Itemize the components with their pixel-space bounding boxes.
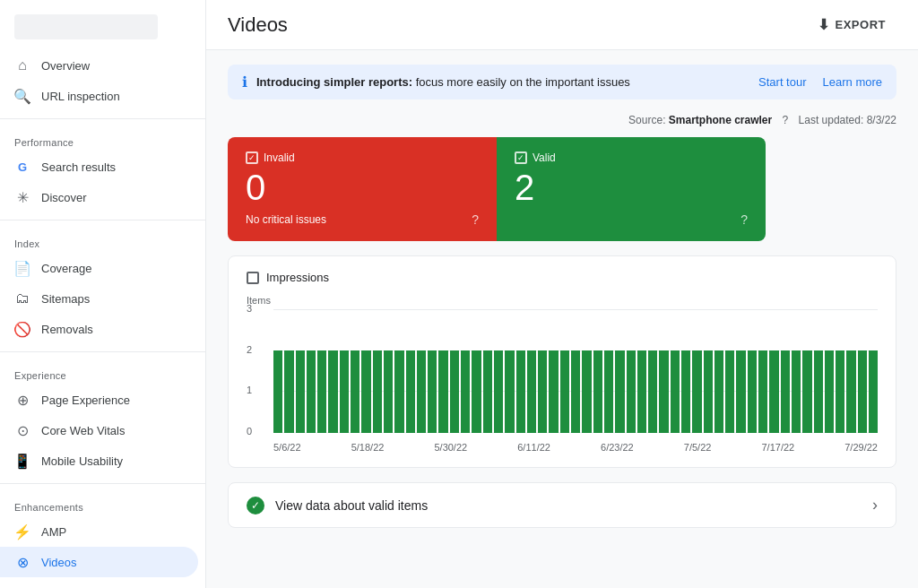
invalid-checkbox[interactable]: ✓ bbox=[246, 151, 258, 164]
banner-desc: focus more easily on the important issue… bbox=[412, 75, 630, 89]
sidebar-item-sitemaps[interactable]: 🗂 Sitemaps bbox=[0, 283, 198, 314]
sidebar-item-label: Page Experience bbox=[41, 393, 130, 407]
valid-checkmark-icon: ✓ bbox=[247, 497, 264, 514]
source-line: Source: Smartphone crawler ? Last update… bbox=[228, 114, 896, 126]
sidebar-item-coverage[interactable]: 📄 Coverage bbox=[0, 253, 198, 283]
valid-items-row[interactable]: ✓ View data about valid items › bbox=[228, 482, 896, 528]
home-icon: ⌂ bbox=[14, 57, 30, 74]
chart-bar bbox=[516, 350, 525, 433]
sidebar-item-discover[interactable]: ✳ Discover bbox=[0, 182, 198, 212]
sitemaps-icon: 🗂 bbox=[14, 290, 30, 307]
valid-value: 2 bbox=[515, 169, 748, 205]
x-label: 6/11/22 bbox=[517, 442, 550, 453]
x-axis: 5/6/22 5/18/22 5/30/22 6/11/22 6/23/22 7… bbox=[273, 442, 878, 453]
sidebar-item-label: Mobile Usability bbox=[41, 454, 123, 468]
start-tour-link[interactable]: Start tour bbox=[758, 75, 806, 89]
logo bbox=[14, 14, 158, 39]
chart-bar bbox=[825, 350, 834, 433]
sidebar-item-videos[interactable]: ⊗ Videos bbox=[0, 547, 198, 577]
discover-icon: ✳ bbox=[14, 189, 30, 205]
x-label: 7/29/22 bbox=[844, 442, 878, 453]
info-icon: ℹ bbox=[242, 74, 247, 91]
chart-bar bbox=[461, 350, 470, 433]
source-prefix: Source: bbox=[628, 114, 669, 126]
valid-checkbox[interactable]: ✓ bbox=[515, 151, 527, 164]
export-button[interactable]: ⬇ EXPORT bbox=[807, 11, 896, 39]
invalid-value: 0 bbox=[246, 169, 479, 205]
sidebar-item-overview[interactable]: ⌂ Overview bbox=[0, 50, 198, 81]
chart-bar bbox=[340, 350, 349, 433]
chart-bar bbox=[307, 350, 316, 433]
valid-desc: ? bbox=[515, 212, 748, 227]
chart-bar bbox=[328, 350, 337, 433]
source-help-icon[interactable]: ? bbox=[783, 114, 789, 126]
search-icon: 🔍 bbox=[14, 88, 30, 104]
info-banner: ℹ Introducing simpler reports: focus mor… bbox=[228, 65, 896, 99]
chart-bar bbox=[858, 350, 867, 433]
chart-bar bbox=[869, 350, 878, 433]
sidebar-item-label: AMP bbox=[41, 525, 66, 539]
chart-bar bbox=[483, 350, 492, 433]
chart-bar bbox=[494, 350, 503, 433]
sidebar-item-removals[interactable]: 🚫 Removals bbox=[0, 314, 198, 344]
chart-bar bbox=[671, 350, 680, 433]
chart-bar bbox=[627, 350, 636, 433]
stats-row: ✓ Invalid 0 No critical issues ? ✓ Valid… bbox=[228, 137, 766, 241]
x-label: 7/17/22 bbox=[761, 442, 794, 453]
x-label: 5/6/22 bbox=[273, 442, 301, 453]
section-label-index: Index bbox=[0, 228, 205, 253]
sidebar-item-core-web-vitals[interactable]: ⊙ Core Web Vitals bbox=[0, 415, 198, 445]
chart-bar bbox=[648, 350, 657, 433]
chart-bar bbox=[714, 350, 723, 433]
banner-bold: Introducing simpler reports: bbox=[256, 75, 412, 89]
learn-more-link[interactable]: Learn more bbox=[823, 75, 882, 89]
chart-bar bbox=[615, 350, 624, 433]
chart-bar bbox=[428, 350, 437, 433]
x-label: 5/30/22 bbox=[434, 442, 467, 453]
invalid-info-icon[interactable]: ? bbox=[472, 212, 479, 227]
chart-bar bbox=[814, 350, 823, 433]
main-header: Videos ⬇ EXPORT bbox=[206, 0, 918, 50]
chart-bar bbox=[296, 350, 305, 433]
export-label: EXPORT bbox=[836, 18, 886, 31]
valid-info-icon[interactable]: ? bbox=[740, 212, 748, 227]
chart-bar bbox=[659, 350, 668, 433]
sidebar-item-page-experience[interactable]: ⊕ Page Experience bbox=[0, 385, 198, 415]
chart-bar bbox=[758, 350, 767, 433]
sidebar-item-label: URL inspection bbox=[41, 90, 120, 103]
section-label-experience: Experience bbox=[0, 359, 205, 385]
chart-bar bbox=[538, 350, 547, 433]
section-label-performance: Performance bbox=[0, 126, 205, 151]
sidebar-item-label: Sitemaps bbox=[41, 292, 90, 306]
chart-bar bbox=[704, 350, 713, 433]
chart-bar bbox=[769, 350, 778, 433]
chart-legend: Impressions bbox=[247, 271, 878, 284]
invalid-label: ✓ Invalid bbox=[246, 151, 479, 164]
source-value: Smartphone crawler bbox=[669, 114, 772, 126]
chart-bar bbox=[571, 350, 580, 433]
valid-label: ✓ Valid bbox=[515, 151, 748, 164]
sidebar-item-url-inspection[interactable]: 🔍 URL inspection bbox=[0, 81, 198, 111]
main-content: Videos ⬇ EXPORT ℹ Introducing simpler re… bbox=[206, 0, 918, 588]
sidebar-item-mobile-usability[interactable]: 📱 Mobile Usability bbox=[0, 445, 198, 476]
chart-bar bbox=[637, 350, 646, 433]
sidebar-item-search-results[interactable]: G Search results bbox=[0, 151, 198, 182]
chart-bar bbox=[781, 350, 790, 433]
sidebar-item-amp[interactable]: ⚡ AMP bbox=[0, 516, 198, 547]
page-title: Videos bbox=[228, 13, 288, 37]
x-label: 5/18/22 bbox=[351, 442, 385, 453]
chart-bar bbox=[384, 350, 393, 433]
chart-bar bbox=[836, 350, 844, 433]
chart-bar bbox=[394, 350, 403, 433]
chart-bar bbox=[692, 350, 701, 433]
chart-bar bbox=[527, 350, 536, 433]
mobile-icon: 📱 bbox=[14, 453, 30, 469]
chart-bar bbox=[361, 350, 370, 433]
chart-bar bbox=[273, 350, 282, 433]
chevron-right-icon: › bbox=[872, 496, 878, 514]
legend-checkbox[interactable] bbox=[247, 272, 259, 284]
core-web-vitals-icon: ⊙ bbox=[14, 422, 30, 438]
removals-icon: 🚫 bbox=[14, 321, 30, 337]
sidebar-item-label: Videos bbox=[41, 556, 77, 569]
chart-bar bbox=[373, 350, 382, 433]
